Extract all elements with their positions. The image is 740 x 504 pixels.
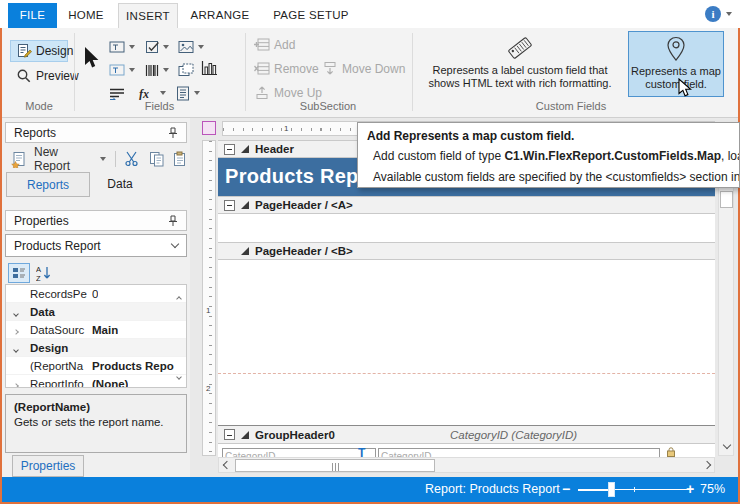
zoom-percentage: 75% [700,482,725,496]
clipped-fields-row[interactable]: CategoryID T CategoryID [218,444,715,457]
tab-page-setup[interactable]: PAGE SETUP [264,3,358,28]
map-custom-field-button[interactable]: Represents a map custom field. [628,31,724,97]
cut-icon[interactable] [124,151,140,167]
property-grid: RecordsPe 0 Data DataSourc Main Design (… [5,284,187,388]
checkbox-field-button[interactable] [143,38,161,56]
collapse-box-icon[interactable] [224,200,235,211]
design-mode-button[interactable]: Design [10,40,68,62]
design-mode-label: Design [36,44,73,58]
band-page-header-b[interactable]: PageHeader / <B> [218,242,715,260]
subsection-remove-button[interactable]: Remove [248,58,325,80]
scroll-down-icon[interactable] [719,439,734,453]
scroll-right-icon[interactable] [699,458,714,472]
subsection-move-down-button[interactable]: Move Down [316,58,411,80]
scroll-down-icon[interactable] [177,368,181,382]
property-description-box: (ReportName) Gets or sets the report nam… [5,394,187,453]
property-category-data[interactable]: Data [6,303,186,321]
sidebar-tab-reports[interactable]: Reports [6,172,90,197]
checkbox-dropdown-caret-icon[interactable] [161,38,171,56]
design-document-icon [16,43,32,59]
tab-arrange[interactable]: ARRANGE [184,3,256,28]
window-border [0,28,2,504]
band-content-area[interactable] [218,261,715,426]
barcode-field-button[interactable] [143,61,161,79]
move-up-label: Move Up [274,86,322,100]
property-row-reportinfo[interactable]: ReportInfo (None) [6,375,186,388]
paste-icon[interactable] [173,151,187,167]
info-icon[interactable]: i [705,6,721,22]
property-row-datasource[interactable]: DataSourc Main [6,321,186,339]
tooltip-text: , load [721,149,740,163]
scroll-left-icon[interactable] [219,458,234,472]
collapse-box-icon[interactable] [224,144,235,155]
group-separator [74,33,75,111]
property-grid-toolbar: AZ [5,261,187,285]
label-custom-field-button[interactable]: Represents a label custom field that sho… [416,31,624,97]
chart-field-button[interactable] [200,59,218,77]
properties-bottom-tab[interactable]: Properties [12,455,84,477]
zoom-slider-thumb[interactable] [608,482,615,497]
reports-panel-header: Reports [5,122,187,143]
object-selector-dropdown[interactable]: Products Report [5,234,187,257]
band-marker-icon [241,145,249,153]
textfield-dropdown-caret-icon[interactable] [127,61,137,79]
zoom-in-button[interactable]: + [686,481,694,497]
picture-field-button[interactable] [177,38,195,56]
property-row-recordsperpage[interactable]: RecordsPe 0 [6,285,186,303]
textfield-button[interactable] [108,61,126,79]
property-category-design[interactable]: Design [6,339,186,357]
band-content-area[interactable] [218,214,715,242]
subsection-add-button[interactable]: Add [248,34,301,56]
copy-icon[interactable] [149,151,165,167]
new-report-button[interactable]: New Report [34,145,92,173]
picture-icon [178,40,194,54]
band-name: GroupHeader0 [255,429,335,441]
remove-label: Remove [274,62,319,76]
lock-icon [666,447,676,457]
ribbon-insert: Design Preview Mode fx [2,28,738,118]
pin-icon[interactable] [168,215,178,227]
tab-file[interactable]: FILE [8,3,57,28]
band-page-header-a[interactable]: PageHeader / <A> [218,196,715,214]
subreport-field-button[interactable] [177,61,195,79]
zoom-out-button[interactable]: − [562,481,570,497]
pointer-arrow-icon [80,46,100,72]
vscroll-thumb[interactable] [720,191,733,208]
tab-home[interactable]: HOME [62,3,110,28]
description-text: Gets or sets the report name. [14,415,178,430]
svg-text:Z: Z [36,274,41,282]
property-row-reportname[interactable]: (ReportNa Products Repo [6,357,186,375]
preview-mode-button[interactable]: Preview [10,65,68,87]
hscroll-thumb[interactable] [235,459,435,472]
horizontal-scrollbar[interactable] [218,457,715,473]
tab-insert[interactable]: INSERT [118,3,178,29]
info-dropdown-caret-icon[interactable] [726,12,732,16]
band-group-header0[interactable]: GroupHeader0 CategoryID (CategoryID) [218,426,715,444]
ribbon-tab-bar: FILE HOME INSERT ARRANGE PAGE SETUP i [0,0,740,28]
subreport-icon [178,63,194,77]
pointer-tool-button[interactable] [80,46,102,76]
sidebar-tab-data[interactable]: Data [92,172,148,197]
collapse-box-icon[interactable] [224,429,235,440]
categorized-view-button[interactable] [8,263,30,283]
mouse-cursor-icon [678,78,692,98]
paragraph-icon [109,87,125,100]
zoom-slider-track[interactable] [578,489,688,490]
barcode-dropdown-caret-icon[interactable] [161,61,171,79]
pin-icon[interactable] [168,127,178,139]
picture-dropdown-caret-icon[interactable] [196,38,206,56]
scroll-up-icon[interactable] [177,290,181,304]
new-report-icon [11,151,28,168]
new-report-caret-icon[interactable] [100,157,106,161]
property-value: (None) [92,378,128,389]
textbox-field-button[interactable] [108,38,126,56]
ruler-corner-box[interactable] [202,121,216,135]
margin-guide-line [218,373,715,374]
clipped-field[interactable]: CategoryID [378,448,660,457]
ruler-number: 2 [206,384,210,393]
clipped-field[interactable]: CategoryID [222,448,376,457]
alphabetical-sort-button[interactable]: AZ [36,265,52,281]
barcode-icon [145,64,160,77]
textbox-icon [109,40,125,54]
textbox-dropdown-caret-icon[interactable] [127,38,137,56]
